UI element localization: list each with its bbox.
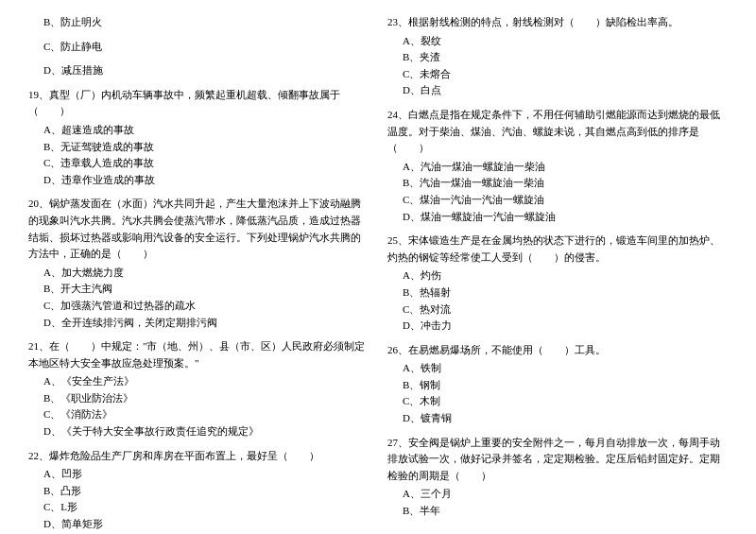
q24-option-a: A、汽油一煤油一螺旋油一柴油 (387, 159, 728, 176)
question-21: 21、在（ ）中规定："市（地、州）、县（市、区）人民政府必须制定本地区特大安全… (28, 338, 369, 440)
q24-option-c: C、煤油一汽油一汽油一螺旋油 (387, 192, 728, 209)
q19-option-a: A、超速造成的事故 (28, 122, 369, 139)
two-column-layout: B、防止明火 C、防止静电 D、减压措施 19、真型（厂）内机动车辆事故中，频繁… (28, 14, 728, 534)
q19-option-d: D、违章作业造成的事故 (28, 172, 369, 189)
left-column: B、防止明火 C、防止静电 D、减压措施 19、真型（厂）内机动车辆事故中，频繁… (28, 14, 369, 534)
q27-option-a: A、三个月 (387, 486, 728, 503)
question-22-text: 22、爆炸危险品生产厂房和库房在平面布置上，最好呈（ ） (28, 448, 369, 465)
question-21-text: 21、在（ ）中规定："市（地、州）、县（市、区）人民政府必须制定本地区特大安全… (28, 338, 369, 371)
option-text: B、防止明火 (28, 14, 369, 31)
q25-option-c: C、热对流 (387, 301, 728, 319)
q27-option-b: B、半年 (387, 503, 728, 520)
q25-option-b: B、热辐射 (387, 284, 728, 301)
q22-option-d: D、简单矩形 (28, 516, 369, 533)
right-column: 23、根据射线检测的特点，射线检测对（ ）缺陷检出率高。 A、裂纹 B、夹渣 C… (387, 14, 728, 534)
question-23-text: 23、根据射线检测的特点，射线检测对（ ）缺陷检出率高。 (387, 14, 728, 31)
q22-option-b: B、凸形 (28, 483, 369, 500)
option-text: D、减压措施 (28, 62, 369, 79)
q22-option-a: A、凹形 (28, 466, 369, 483)
q23-option-a: A、裂纹 (387, 33, 728, 50)
q26-option-a: A、铁制 (387, 360, 728, 377)
q25-option-a: A、灼伤 (387, 267, 728, 284)
q25-option-d: D、冲击力 (387, 318, 728, 335)
question-25-text: 25、宋体锻造生产是在金属均热的状态下进行的，锻造车间里的加热炉、灼热的钢锭等经… (387, 233, 728, 266)
q19-option-c: C、违章载人造成的事故 (28, 155, 369, 172)
q23-option-b: B、夹渣 (387, 49, 728, 66)
option-c1: C、防止静电 (28, 39, 369, 56)
question-27: 27、安全阀是锅炉上重要的安全附件之一，每月自动排放一次，每周手动排放试验一次，… (387, 435, 728, 520)
q21-option-a: A、《安全生产法》 (28, 373, 369, 390)
q20-option-a: A、加大燃烧力度 (28, 265, 369, 282)
q24-option-b: B、汽油一煤油一螺旋油一柴油 (387, 175, 728, 192)
q21-option-b: B、《职业防治法》 (28, 390, 369, 407)
q22-option-c: C、L形 (28, 499, 369, 516)
q20-option-c: C、加强蒸汽管道和过热器的疏水 (28, 298, 369, 315)
q21-option-d: D、《关于特大安全事故行政责任追究的规定》 (28, 423, 369, 440)
q26-option-c: C、木制 (387, 393, 728, 410)
question-19: 19、真型（厂）内机动车辆事故中，频繁起重机超载、倾翻事故属于（ ） A、超速造… (28, 87, 369, 189)
q26-option-d: D、镀青铜 (387, 410, 728, 427)
q23-option-d: D、白点 (387, 82, 728, 99)
q26-option-b: B、钢制 (387, 377, 728, 394)
question-23: 23、根据射线检测的特点，射线检测对（ ）缺陷检出率高。 A、裂纹 B、夹渣 C… (387, 14, 728, 99)
q20-option-d: D、全开连续排污阀，关闭定期排污阀 (28, 315, 369, 332)
question-26: 26、在易燃易爆场所，不能使用（ ）工具。 A、铁制 B、钢制 C、木制 D、镀… (387, 342, 728, 427)
question-22: 22、爆炸危险品生产厂房和库房在平面布置上，最好呈（ ） A、凹形 B、凸形 C… (28, 448, 369, 533)
question-24-text: 24、白燃点是指在规定条件下，不用任何辅助引燃能源而达到燃烧的最低温度。对于柴油… (387, 107, 728, 157)
question-20-text: 20、锅炉蒸发面在（水面）汽水共同升起，产生大量泡沫并上下波动融腾的现象叫汽水共… (28, 196, 369, 262)
q24-option-d: D、煤油一螺旋油一汽油一螺旋油 (387, 209, 728, 226)
q20-option-b: B、开大主汽阀 (28, 281, 369, 298)
option-b1: B、防止明火 (28, 14, 369, 31)
question-24: 24、白燃点是指在规定条件下，不用任何辅助引燃能源而达到燃烧的最低温度。对于柴油… (387, 107, 728, 225)
option-d1: D、减压措施 (28, 62, 369, 79)
question-25: 25、宋体锻造生产是在金属均热的状态下进行的，锻造车间里的加热炉、灼热的钢锭等经… (387, 233, 728, 335)
question-26-text: 26、在易燃易爆场所，不能使用（ ）工具。 (387, 342, 728, 359)
option-text: C、防止静电 (28, 39, 369, 56)
q19-option-b: B、无证驾驶造成的事故 (28, 139, 369, 156)
question-20: 20、锅炉蒸发面在（水面）汽水共同升起，产生大量泡沫并上下波动融腾的现象叫汽水共… (28, 196, 369, 331)
q23-option-c: C、未熔合 (387, 66, 728, 83)
question-27-text: 27、安全阀是锅炉上重要的安全附件之一，每月自动排放一次，每周手动排放试验一次，… (387, 435, 728, 485)
question-19-text: 19、真型（厂）内机动车辆事故中，频繁起重机超载、倾翻事故属于（ ） (28, 87, 369, 120)
page-container: B、防止明火 C、防止静电 D、减压措施 19、真型（厂）内机动车辆事故中，频繁… (28, 14, 728, 534)
q21-option-c: C、《消防法》 (28, 406, 369, 423)
